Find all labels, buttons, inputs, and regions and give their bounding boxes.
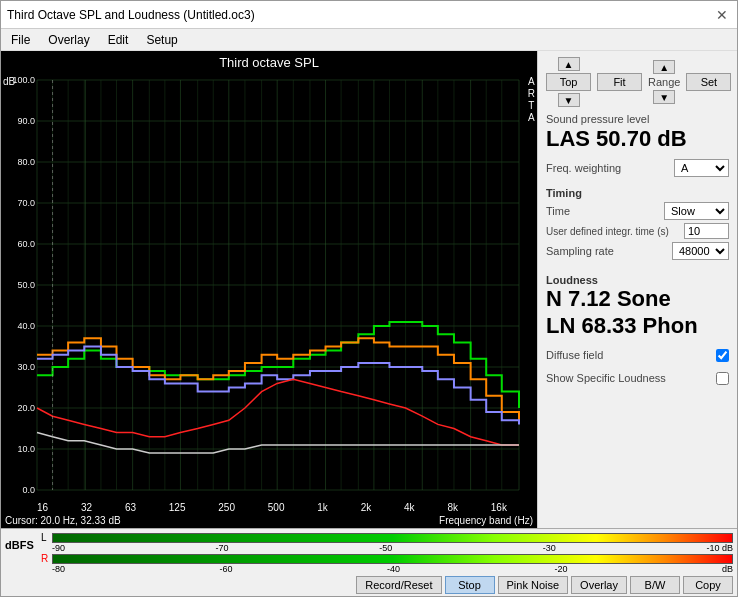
- db-label: dB: [3, 76, 15, 87]
- bottom-area: dBFS L -90 -70 -50 -30: [1, 528, 737, 596]
- x-label-16k: 16k: [491, 502, 507, 513]
- tick-b-minus40: -40: [387, 564, 400, 574]
- range-label: Range: [648, 76, 680, 88]
- tick-minus50: -50: [379, 543, 392, 553]
- ticks-bottom: -80 -60 -40 -20 dB: [41, 564, 733, 574]
- tick-b-minus80: -80: [52, 564, 65, 574]
- chart-and-right: Third octave SPL dB ARTA 16 32 63 125 25…: [1, 51, 737, 528]
- chart-title: Third octave SPL: [1, 51, 537, 72]
- x-label-4k: 4k: [404, 502, 415, 513]
- time-label: Time: [546, 205, 664, 217]
- range-down-btn[interactable]: ▼: [653, 90, 675, 104]
- close-button[interactable]: ✕: [713, 6, 731, 24]
- cursor-text: Cursor: 20.0 Hz, 32.33 dB: [5, 515, 121, 526]
- dbfs-label: dBFS: [5, 532, 35, 574]
- top-controls: ▲ Top ▼ Fit ▲ Range ▼: [546, 57, 729, 107]
- bw-button[interactable]: B/W: [630, 576, 680, 594]
- spl-title: Sound pressure level: [546, 113, 729, 125]
- top-button[interactable]: Top: [546, 73, 591, 91]
- user-defined-label: User defined integr. time (s): [546, 225, 684, 238]
- sampling-label: Sampling rate: [546, 245, 672, 257]
- right-panel: ▲ Top ▼ Fit ▲ Range ▼: [537, 51, 737, 528]
- loudness-n: N 7.12 Sone: [546, 286, 729, 312]
- menu-file[interactable]: File: [7, 33, 34, 47]
- menu-setup[interactable]: Setup: [142, 33, 181, 47]
- x-label-500: 500: [268, 502, 285, 513]
- set-button[interactable]: Set: [686, 73, 731, 91]
- set-group: Set: [686, 57, 731, 107]
- top-down-btn[interactable]: ▼: [558, 93, 580, 107]
- x-label-250: 250: [218, 502, 235, 513]
- tick-minus90: -90: [52, 543, 65, 553]
- menu-overlay[interactable]: Overlay: [44, 33, 93, 47]
- show-specific-row: Show Specific Loudness: [546, 372, 729, 385]
- record-reset-button[interactable]: Record/Reset: [356, 576, 441, 594]
- tick-b-db: dB: [722, 564, 733, 574]
- show-specific-label: Show Specific Loudness: [546, 372, 666, 384]
- show-specific-checkbox[interactable]: [716, 372, 729, 385]
- time-row: Time Slow Fast Impulse: [546, 202, 729, 220]
- sampling-dropdown[interactable]: 48000 44100: [672, 242, 729, 260]
- x-label-63: 63: [125, 502, 136, 513]
- diffuse-label: Diffuse field: [546, 349, 603, 361]
- r-row: R: [41, 553, 733, 564]
- title-bar: Third Octave SPL and Loudness (Untitled.…: [1, 1, 737, 29]
- window-title: Third Octave SPL and Loudness (Untitled.…: [7, 8, 255, 22]
- x-label-8k: 8k: [447, 502, 458, 513]
- range-group: ▲ Range ▼: [648, 60, 680, 104]
- spl-section: Sound pressure level LAS 50.70 dB: [546, 113, 729, 151]
- pink-noise-button[interactable]: Pink Noise: [498, 576, 569, 594]
- x-label-16: 16: [37, 502, 48, 513]
- spl-value: LAS 50.70 dB: [546, 127, 729, 151]
- timing-title: Timing: [546, 187, 729, 199]
- freq-row: Freq. weighting A C Z: [546, 159, 729, 177]
- loudness-ln: LN 68.33 Phon: [546, 313, 729, 339]
- user-defined-row: User defined integr. time (s): [546, 223, 729, 239]
- main-content: Third octave SPL dB ARTA 16 32 63 125 25…: [1, 51, 737, 596]
- tick-b-minus20: -20: [554, 564, 567, 574]
- loudness-section: Loudness N 7.12 Sone LN 68.33 Phon: [546, 270, 729, 339]
- r-label: R: [41, 553, 49, 564]
- l-row: L: [41, 532, 733, 543]
- dbfs-bar-area: dBFS L -90 -70 -50 -30: [1, 529, 737, 574]
- overlay-button[interactable]: Overlay: [571, 576, 627, 594]
- chart-wrapper: Third octave SPL dB ARTA 16 32 63 125 25…: [1, 51, 537, 528]
- time-dropdown[interactable]: Slow Fast Impulse: [664, 202, 729, 220]
- menu-bar: File Overlay Edit Setup: [1, 29, 737, 51]
- main-window: Third Octave SPL and Loudness (Untitled.…: [0, 0, 738, 597]
- fit-group: Fit: [597, 57, 642, 107]
- loudness-title: Loudness: [546, 274, 729, 286]
- freq-dropdown[interactable]: A C Z: [674, 159, 729, 177]
- x-label-1k: 1k: [317, 502, 328, 513]
- x-label-125: 125: [169, 502, 186, 513]
- chart-x-labels: 16 32 63 125 250 500 1k 2k 4k 8k 16k: [1, 500, 537, 513]
- inner-chart: dB ARTA: [1, 72, 537, 500]
- top-group: ▲ Top ▼: [546, 57, 591, 107]
- range-up-btn[interactable]: ▲: [653, 60, 675, 74]
- tick-minus10: -10 dB: [706, 543, 733, 553]
- x-label-2k: 2k: [361, 502, 372, 513]
- timing-section: Timing Time Slow Fast Impulse User defin…: [546, 183, 729, 260]
- diffuse-checkbox[interactable]: [716, 349, 729, 362]
- l-label: L: [41, 532, 49, 543]
- chart-canvas: [1, 72, 537, 500]
- arta-label: ARTA: [528, 76, 535, 124]
- meter-area: L -90 -70 -50 -30 -10 dB: [41, 532, 733, 574]
- stop-button[interactable]: Stop: [445, 576, 495, 594]
- sampling-row: Sampling rate 48000 44100: [546, 242, 729, 260]
- ticks-top: -90 -70 -50 -30 -10 dB: [41, 543, 733, 553]
- copy-button[interactable]: Copy: [683, 576, 733, 594]
- freq-label: Freq. weighting: [546, 162, 621, 174]
- top-up-btn[interactable]: ▲: [558, 57, 580, 71]
- tick-b-minus60: -60: [219, 564, 232, 574]
- l-meter: [52, 533, 733, 543]
- tick-minus30: -30: [543, 543, 556, 553]
- chart-footer: Cursor: 20.0 Hz, 32.33 dB Frequency band…: [1, 513, 537, 528]
- tick-minus70: -70: [216, 543, 229, 553]
- frequency-label: Frequency band (Hz): [439, 515, 533, 526]
- menu-edit[interactable]: Edit: [104, 33, 133, 47]
- buttons-row: Record/Reset Stop Pink Noise Overlay B/W…: [1, 574, 737, 596]
- user-defined-input[interactable]: [684, 223, 729, 239]
- x-label-32: 32: [81, 502, 92, 513]
- fit-button[interactable]: Fit: [597, 73, 642, 91]
